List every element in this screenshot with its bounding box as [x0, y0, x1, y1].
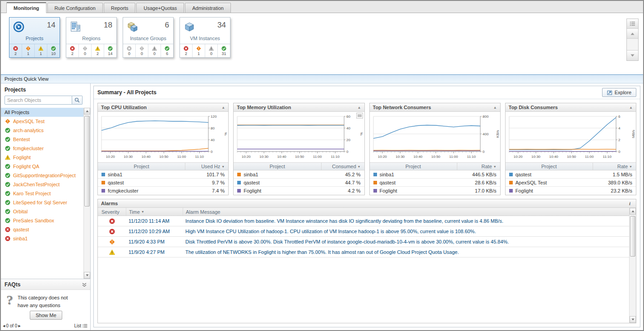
tile-scroll-down-button[interactable]	[627, 51, 638, 60]
chart-table-row[interactable]: qastest 28.6 KB/s	[370, 179, 500, 187]
sidebar-item-foglight[interactable]: Foglight	[1, 153, 83, 162]
project-link[interactable]: ApexSQL Test	[13, 119, 45, 124]
tab-administration[interactable]: Administration	[185, 3, 231, 13]
sidebar-item-fcmgkecluster[interactable]: fcmgkecluster	[1, 144, 83, 153]
scroll-track[interactable]	[630, 215, 636, 316]
alarm-message[interactable]: Instance Disk IO deviation from baseline…	[183, 217, 629, 225]
explore-button[interactable]: Explore	[602, 88, 636, 97]
project-link[interactable]: Orbital	[13, 209, 28, 214]
project-link[interactable]: GitSupportIntegrationProject	[13, 173, 76, 178]
chart-table-row[interactable]: qastest 44.7 %	[234, 179, 364, 187]
tile-status-normal[interactable]: 31	[217, 44, 230, 57]
project-link[interactable]: arch-analytics	[13, 128, 44, 133]
scroll-down-button[interactable]	[630, 316, 636, 323]
tile-status-warning[interactable]: 0	[205, 44, 217, 57]
column-header-project[interactable]: Project	[98, 163, 185, 170]
sidebar-item-bentest[interactable]: Bentest	[1, 135, 83, 144]
tile-status-critical[interactable]: 0	[135, 44, 148, 57]
chart-table-row[interactable]: Foglight 17.0 KB/s	[370, 187, 500, 195]
tile-status-warning[interactable]: 0	[148, 44, 161, 57]
chart-table-row[interactable]: fcmgkecluster 7.4 %	[98, 187, 228, 195]
tile-status-normal[interactable]: 14	[104, 44, 116, 57]
column-header-message[interactable]: Alarm Message	[183, 208, 629, 216]
tile-instance-groups[interactable]: 6 Instance Groups 0006	[123, 17, 174, 58]
collapse-chevron-icon[interactable]: ▲	[358, 106, 361, 110]
project-link[interactable]: Foglight	[13, 155, 31, 160]
collapse-chevron-icon[interactable]: ▲	[493, 106, 497, 110]
tab-reports[interactable]: Reports	[104, 3, 136, 13]
sidebar-item-gitsupportintegrationproject[interactable]: GitSupportIntegrationProject	[1, 171, 83, 180]
alarm-row[interactable]: 11/12/20 11:14 AM Instance Disk IO devia…	[98, 216, 629, 226]
project-link[interactable]: Karo Test Project	[13, 191, 51, 196]
chart-area[interactable]: 0408012010:2010:3010:4010:5011:0011:10%	[98, 112, 228, 162]
tile-scroll-up-button[interactable]	[627, 29, 638, 39]
tile-menu-button[interactable]	[627, 19, 638, 29]
tile-status-warning[interactable]: 2	[91, 44, 104, 57]
project-link[interactable]: Foglight QA	[13, 164, 39, 169]
chart-table-row[interactable]: sinba1 446.5 KB/s	[370, 170, 500, 179]
sidebar-item-apexsql-test[interactable]: ApexSQL Test	[1, 117, 83, 126]
column-header-metric[interactable]: Consumed▼	[321, 163, 364, 170]
scroll-track[interactable]	[84, 115, 90, 271]
tab-monitoring[interactable]: Monitoring	[6, 2, 46, 13]
column-header-severity[interactable]: Severity	[98, 208, 126, 216]
chart-table-row[interactable]: Foglight 23.2 KB/s	[506, 187, 636, 195]
chart-table-row[interactable]: ApexSQL Test 389.0 KB/s	[506, 179, 636, 187]
tile-projects[interactable]: 14 Projects 21110	[9, 17, 60, 58]
tab-rule-configuration[interactable]: Rule Configuration	[47, 3, 103, 13]
collapse-chevron-icon[interactable]: ▲	[629, 106, 633, 110]
alarms-scrollbar[interactable]	[629, 208, 636, 323]
column-header-metric[interactable]: Used Hz▼	[185, 163, 228, 170]
alarm-message[interactable]: Disk Throttled PerVM is above 30.00%. Di…	[183, 238, 629, 246]
chart-area[interactable]: 020406010:2010:3010:4010:5011:0011:10%	[234, 112, 364, 162]
sidebar-item-all-projects[interactable]: All Projects	[1, 108, 83, 117]
sidebar-item-presales-sandbox[interactable]: PreSales Sandbox	[1, 216, 83, 225]
tile-status-normal[interactable]: 10	[47, 44, 60, 57]
sidebar-item-arch-analytics[interactable]: arch-analytics	[1, 126, 83, 135]
chart-table-row[interactable]: Foglight 4.2 %	[234, 187, 364, 195]
sidebar-item-jackchentestproject[interactable]: JackChenTestProject	[1, 180, 83, 189]
sidebar-item-foglight-qa[interactable]: Foglight QA	[1, 162, 83, 171]
chart-area[interactable]: 040080010:2010:3010:4010:5011:0011:10KB/…	[370, 112, 500, 162]
scroll-thumb[interactable]	[84, 116, 90, 207]
alarm-row[interactable]: 11/12/20 10:29 AM High VM Instance CPU U…	[98, 226, 629, 237]
project-link[interactable]: Bentest	[13, 137, 30, 142]
project-link[interactable]: qastest	[13, 227, 29, 232]
pager-next-icon[interactable]: ▶	[18, 324, 20, 328]
scroll-down-button[interactable]	[84, 272, 90, 279]
chart-toolbar-icon[interactable]	[356, 113, 363, 119]
project-link[interactable]: sinba1	[13, 236, 28, 241]
search-button[interactable]	[72, 96, 83, 105]
sidebar-item-qastest[interactable]: qastest	[1, 225, 83, 234]
column-header-metric[interactable]: Rate▼	[457, 163, 500, 170]
tile-status-critical[interactable]: 0	[78, 44, 91, 57]
info-icon[interactable]: i	[629, 201, 633, 206]
project-link[interactable]: JackChenTestProject	[13, 182, 60, 187]
tile-status-critical[interactable]: 1	[22, 44, 34, 57]
column-header-project[interactable]: Project	[234, 163, 321, 170]
column-header-project[interactable]: Project	[506, 163, 593, 170]
tile-status-fatal[interactable]: 2	[9, 44, 22, 57]
sidebar-item-orbital[interactable]: Orbital	[1, 207, 83, 216]
tile-status-fatal[interactable]: 0	[123, 44, 135, 57]
chart-table-row[interactable]: qastest 9.7 %	[98, 179, 228, 187]
sidebar-item-karo-test-project[interactable]: Karo Test Project	[1, 189, 83, 198]
scroll-thumb[interactable]	[630, 216, 635, 257]
column-header-time[interactable]: Time ▼	[126, 208, 183, 216]
tile-vm-instances[interactable]: 34 VM Instances 21031	[179, 17, 230, 58]
project-link[interactable]: LiteSpeed for Sql Server	[13, 200, 67, 205]
tile-status-normal[interactable]: 6	[161, 44, 173, 57]
search-input[interactable]	[5, 96, 72, 105]
alarm-row[interactable]: 11/9/20 4:33 PM Disk Throttled PerVM is …	[98, 237, 629, 247]
project-list-scrollbar[interactable]	[83, 108, 90, 279]
alarm-message[interactable]: High VM Instance CPU Utilization of hado…	[183, 227, 629, 235]
tile-regions[interactable]: 18 Regions 20214	[66, 17, 117, 58]
tile-status-warning[interactable]: 1	[34, 44, 47, 57]
pager-previous-icon[interactable]: ◀	[3, 324, 5, 328]
chart-table-row[interactable]: sinba1 101.7 %	[98, 170, 228, 179]
scroll-up-button[interactable]	[630, 208, 636, 215]
alarm-message[interactable]: The utilization of NETWORKS in Foglight …	[183, 248, 629, 256]
faqts-header[interactable]: FAQts	[1, 279, 90, 290]
column-header-project[interactable]: Project	[370, 163, 457, 170]
sidebar-item-litespeed-for-sql-server[interactable]: LiteSpeed for Sql Server	[1, 198, 83, 207]
